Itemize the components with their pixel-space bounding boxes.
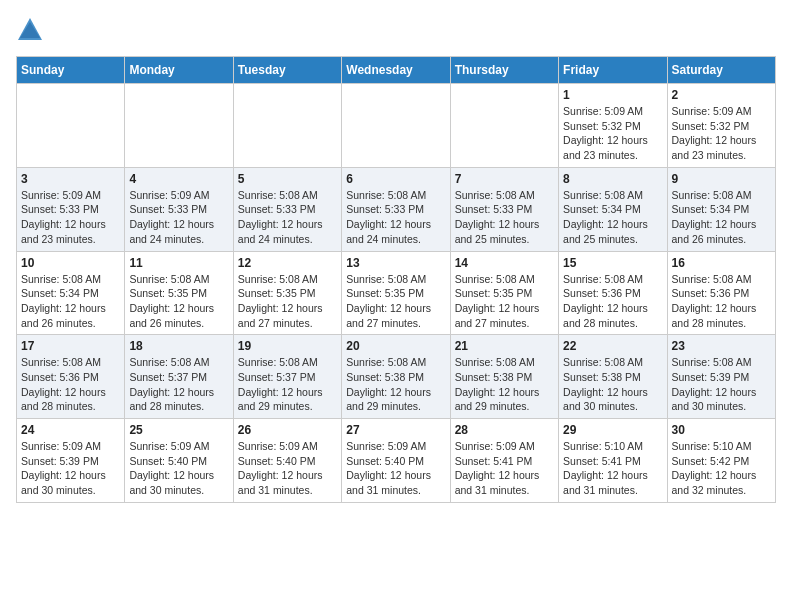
day-number: 18	[129, 339, 228, 353]
calendar-cell	[342, 84, 450, 168]
calendar-cell: 13Sunrise: 5:08 AMSunset: 5:35 PMDayligh…	[342, 251, 450, 335]
day-number: 26	[238, 423, 337, 437]
day-info: Sunrise: 5:09 AMSunset: 5:32 PMDaylight:…	[563, 104, 662, 163]
calendar-cell: 10Sunrise: 5:08 AMSunset: 5:34 PMDayligh…	[17, 251, 125, 335]
day-info: Sunrise: 5:09 AMSunset: 5:32 PMDaylight:…	[672, 104, 771, 163]
day-info: Sunrise: 5:08 AMSunset: 5:34 PMDaylight:…	[563, 188, 662, 247]
day-number: 21	[455, 339, 554, 353]
calendar-cell: 16Sunrise: 5:08 AMSunset: 5:36 PMDayligh…	[667, 251, 775, 335]
calendar-cell	[125, 84, 233, 168]
calendar-cell: 23Sunrise: 5:08 AMSunset: 5:39 PMDayligh…	[667, 335, 775, 419]
day-number: 16	[672, 256, 771, 270]
day-info: Sunrise: 5:09 AMSunset: 5:40 PMDaylight:…	[238, 439, 337, 498]
day-number: 5	[238, 172, 337, 186]
day-number: 22	[563, 339, 662, 353]
day-info: Sunrise: 5:08 AMSunset: 5:37 PMDaylight:…	[238, 355, 337, 414]
calendar-cell	[450, 84, 558, 168]
calendar-cell: 26Sunrise: 5:09 AMSunset: 5:40 PMDayligh…	[233, 419, 341, 503]
day-number: 28	[455, 423, 554, 437]
calendar-cell: 5Sunrise: 5:08 AMSunset: 5:33 PMDaylight…	[233, 167, 341, 251]
day-info: Sunrise: 5:08 AMSunset: 5:33 PMDaylight:…	[346, 188, 445, 247]
calendar-cell: 17Sunrise: 5:08 AMSunset: 5:36 PMDayligh…	[17, 335, 125, 419]
day-info: Sunrise: 5:08 AMSunset: 5:38 PMDaylight:…	[563, 355, 662, 414]
day-number: 23	[672, 339, 771, 353]
weekday-header-tuesday: Tuesday	[233, 57, 341, 84]
day-number: 19	[238, 339, 337, 353]
day-info: Sunrise: 5:09 AMSunset: 5:33 PMDaylight:…	[21, 188, 120, 247]
calendar-cell	[17, 84, 125, 168]
weekday-header-friday: Friday	[559, 57, 667, 84]
weekday-header-saturday: Saturday	[667, 57, 775, 84]
day-number: 2	[672, 88, 771, 102]
day-number: 13	[346, 256, 445, 270]
day-number: 29	[563, 423, 662, 437]
calendar-cell: 18Sunrise: 5:08 AMSunset: 5:37 PMDayligh…	[125, 335, 233, 419]
day-info: Sunrise: 5:08 AMSunset: 5:35 PMDaylight:…	[455, 272, 554, 331]
day-info: Sunrise: 5:09 AMSunset: 5:40 PMDaylight:…	[346, 439, 445, 498]
day-number: 15	[563, 256, 662, 270]
calendar-body: 1Sunrise: 5:09 AMSunset: 5:32 PMDaylight…	[17, 84, 776, 503]
logo-icon	[16, 16, 44, 44]
day-number: 7	[455, 172, 554, 186]
day-info: Sunrise: 5:08 AMSunset: 5:34 PMDaylight:…	[672, 188, 771, 247]
calendar-cell: 22Sunrise: 5:08 AMSunset: 5:38 PMDayligh…	[559, 335, 667, 419]
calendar-cell: 20Sunrise: 5:08 AMSunset: 5:38 PMDayligh…	[342, 335, 450, 419]
calendar-cell: 6Sunrise: 5:08 AMSunset: 5:33 PMDaylight…	[342, 167, 450, 251]
calendar-cell: 14Sunrise: 5:08 AMSunset: 5:35 PMDayligh…	[450, 251, 558, 335]
calendar-cell: 28Sunrise: 5:09 AMSunset: 5:41 PMDayligh…	[450, 419, 558, 503]
day-info: Sunrise: 5:08 AMSunset: 5:35 PMDaylight:…	[129, 272, 228, 331]
day-number: 10	[21, 256, 120, 270]
calendar-cell: 2Sunrise: 5:09 AMSunset: 5:32 PMDaylight…	[667, 84, 775, 168]
day-number: 4	[129, 172, 228, 186]
day-info: Sunrise: 5:08 AMSunset: 5:34 PMDaylight:…	[21, 272, 120, 331]
calendar-cell: 9Sunrise: 5:08 AMSunset: 5:34 PMDaylight…	[667, 167, 775, 251]
day-info: Sunrise: 5:08 AMSunset: 5:37 PMDaylight:…	[129, 355, 228, 414]
calendar-cell: 1Sunrise: 5:09 AMSunset: 5:32 PMDaylight…	[559, 84, 667, 168]
day-info: Sunrise: 5:08 AMSunset: 5:38 PMDaylight:…	[346, 355, 445, 414]
calendar-cell: 29Sunrise: 5:10 AMSunset: 5:41 PMDayligh…	[559, 419, 667, 503]
calendar-table: SundayMondayTuesdayWednesdayThursdayFrid…	[16, 56, 776, 503]
page-header	[16, 16, 776, 44]
week-row-5: 24Sunrise: 5:09 AMSunset: 5:39 PMDayligh…	[17, 419, 776, 503]
day-info: Sunrise: 5:09 AMSunset: 5:39 PMDaylight:…	[21, 439, 120, 498]
day-info: Sunrise: 5:08 AMSunset: 5:35 PMDaylight:…	[238, 272, 337, 331]
calendar-cell: 24Sunrise: 5:09 AMSunset: 5:39 PMDayligh…	[17, 419, 125, 503]
day-number: 17	[21, 339, 120, 353]
weekday-header-thursday: Thursday	[450, 57, 558, 84]
week-row-3: 10Sunrise: 5:08 AMSunset: 5:34 PMDayligh…	[17, 251, 776, 335]
day-number: 11	[129, 256, 228, 270]
day-info: Sunrise: 5:10 AMSunset: 5:42 PMDaylight:…	[672, 439, 771, 498]
day-number: 20	[346, 339, 445, 353]
day-info: Sunrise: 5:08 AMSunset: 5:38 PMDaylight:…	[455, 355, 554, 414]
day-number: 6	[346, 172, 445, 186]
week-row-2: 3Sunrise: 5:09 AMSunset: 5:33 PMDaylight…	[17, 167, 776, 251]
day-info: Sunrise: 5:08 AMSunset: 5:33 PMDaylight:…	[238, 188, 337, 247]
day-info: Sunrise: 5:10 AMSunset: 5:41 PMDaylight:…	[563, 439, 662, 498]
calendar-cell: 15Sunrise: 5:08 AMSunset: 5:36 PMDayligh…	[559, 251, 667, 335]
calendar-cell: 11Sunrise: 5:08 AMSunset: 5:35 PMDayligh…	[125, 251, 233, 335]
weekday-header-row: SundayMondayTuesdayWednesdayThursdayFrid…	[17, 57, 776, 84]
calendar-cell: 25Sunrise: 5:09 AMSunset: 5:40 PMDayligh…	[125, 419, 233, 503]
calendar-header: SundayMondayTuesdayWednesdayThursdayFrid…	[17, 57, 776, 84]
logo	[16, 16, 48, 44]
calendar-cell: 21Sunrise: 5:08 AMSunset: 5:38 PMDayligh…	[450, 335, 558, 419]
day-info: Sunrise: 5:08 AMSunset: 5:39 PMDaylight:…	[672, 355, 771, 414]
calendar-cell: 19Sunrise: 5:08 AMSunset: 5:37 PMDayligh…	[233, 335, 341, 419]
day-number: 12	[238, 256, 337, 270]
day-number: 3	[21, 172, 120, 186]
day-info: Sunrise: 5:08 AMSunset: 5:36 PMDaylight:…	[672, 272, 771, 331]
week-row-4: 17Sunrise: 5:08 AMSunset: 5:36 PMDayligh…	[17, 335, 776, 419]
week-row-1: 1Sunrise: 5:09 AMSunset: 5:32 PMDaylight…	[17, 84, 776, 168]
day-info: Sunrise: 5:09 AMSunset: 5:33 PMDaylight:…	[129, 188, 228, 247]
day-number: 8	[563, 172, 662, 186]
weekday-header-monday: Monday	[125, 57, 233, 84]
weekday-header-sunday: Sunday	[17, 57, 125, 84]
svg-marker-2	[20, 22, 40, 38]
day-number: 27	[346, 423, 445, 437]
calendar-cell	[233, 84, 341, 168]
calendar-cell: 8Sunrise: 5:08 AMSunset: 5:34 PMDaylight…	[559, 167, 667, 251]
calendar-cell: 12Sunrise: 5:08 AMSunset: 5:35 PMDayligh…	[233, 251, 341, 335]
day-number: 30	[672, 423, 771, 437]
day-number: 9	[672, 172, 771, 186]
calendar-cell: 27Sunrise: 5:09 AMSunset: 5:40 PMDayligh…	[342, 419, 450, 503]
